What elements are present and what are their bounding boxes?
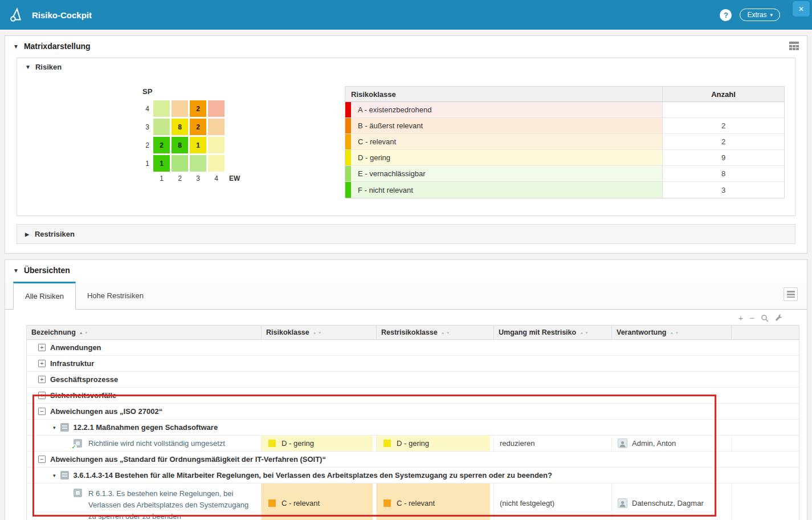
- search-icon[interactable]: [761, 314, 769, 322]
- matrix-row-label: 4: [145, 105, 152, 113]
- risk-label: R 6.1.3. Es bestehen keine Regelungen, b…: [88, 488, 255, 520]
- document-icon: [60, 423, 69, 432]
- risiken-title: Risiken: [35, 63, 62, 71]
- column-header-bezeichnung[interactable]: Bezeichnung ▲▼: [27, 326, 262, 339]
- risk-class-color-square: [268, 440, 276, 447]
- risk-class-color-square: [383, 440, 391, 447]
- column-header-restrisikoklasse[interactable]: Restrisikoklasse ▲▼: [377, 326, 494, 339]
- matrix-cell[interactable]: [153, 119, 170, 135]
- matrix-cell[interactable]: 1: [190, 137, 206, 153]
- table-row-item[interactable]: ▾ 12.2.1 Maßnahmen gegen Schadsoftware: [27, 420, 799, 436]
- matrix-cell[interactable]: [153, 100, 170, 117]
- table-row-group[interactable]: + Infrastruktur: [27, 356, 799, 372]
- restrisiken-title: Restrisiken: [35, 230, 75, 238]
- table-row-group[interactable]: + Geschäftsprozesse: [27, 372, 799, 388]
- risk-class-label: C - relevant: [351, 134, 662, 149]
- risk-icon: ✓: [74, 439, 83, 448]
- expand-icon[interactable]: +: [38, 360, 46, 367]
- matrix-cell[interactable]: 8: [172, 137, 188, 153]
- risk-class-row: E - vernachlässigbar 8: [345, 166, 784, 182]
- risk-class-color-bar: [345, 134, 351, 149]
- close-button[interactable]: ✕: [793, 1, 810, 17]
- overview-table-header: Bezeichnung ▲▼ Risikoklasse ▲▼ Restrisik…: [27, 326, 799, 340]
- restrisiken-header[interactable]: ▶ Restrisiken: [17, 224, 795, 244]
- item-label: 3.6.1.4.3-14 Bestehen für alle Mitarbeit…: [74, 471, 552, 480]
- matrix-cell[interactable]: [208, 119, 225, 135]
- extras-button[interactable]: Extras ▾: [740, 9, 780, 21]
- column-header-filler: [732, 326, 799, 339]
- risk-class-count: 2: [662, 134, 784, 149]
- matrix-cell[interactable]: 1: [153, 155, 170, 172]
- matrix-cell[interactable]: [172, 100, 188, 117]
- collapse-icon[interactable]: −: [38, 456, 46, 463]
- sort-icons: ▲▼: [580, 331, 589, 335]
- collapse-icon[interactable]: ▾: [53, 473, 56, 478]
- risk-class-row: D - gering 9: [345, 150, 784, 166]
- overview-tabbar: Alle Risiken Hohe Restrisiken: [5, 282, 807, 310]
- column-header-risikoklasse[interactable]: Risikoklasse ▲▼: [262, 326, 377, 339]
- risk-class-label: A - existenzbedrohend: [351, 102, 662, 117]
- overview-section-header[interactable]: ▼ Übersichten: [5, 260, 807, 281]
- expand-icon[interactable]: +: [38, 344, 46, 351]
- check-icon: ✓: [71, 444, 77, 450]
- residual-risk-class-value: D - gering: [397, 439, 429, 448]
- risk-class-count: 9: [662, 150, 784, 165]
- table-row-risk[interactable]: R 6.1.3. Es bestehen keine Regelungen, b…: [27, 484, 799, 520]
- caret-down-icon: ▾: [770, 12, 773, 18]
- matrix-cell[interactable]: 8: [172, 119, 188, 135]
- risiken-content: SP 4 2 3 8 2 2 2 8 1 1: [17, 76, 795, 216]
- tab-alle-risiken[interactable]: Alle Risiken: [13, 282, 76, 310]
- risk-class-color-square: [268, 499, 276, 507]
- remove-icon[interactable]: −: [749, 314, 754, 322]
- risk-class-table-header: Risikoklasse Anzahl: [345, 87, 784, 102]
- matrix-cell[interactable]: [172, 155, 188, 172]
- add-icon[interactable]: +: [738, 314, 743, 322]
- column-label: Umgang mit Restrisiko: [499, 328, 576, 336]
- list-view-icon[interactable]: [784, 287, 798, 301]
- sort-icons: ▲▼: [670, 331, 679, 335]
- matrix-cell[interactable]: [190, 155, 206, 172]
- table-row-risk[interactable]: ✓ Richtlinie wird nicht vollständig umge…: [27, 436, 799, 452]
- risk-class-count: 8: [662, 166, 784, 181]
- risk-class-count: 2: [662, 118, 784, 133]
- matrix-cell[interactable]: 2: [153, 137, 170, 153]
- responsible-person: Datenschutz, Dagmar: [632, 499, 704, 507]
- expand-icon[interactable]: +: [38, 392, 46, 399]
- column-header-umgang[interactable]: Umgang mit Restrisiko ▲▼: [494, 326, 612, 339]
- matrix-cell[interactable]: [208, 100, 225, 117]
- table-row-group[interactable]: + Sicherheitsvorfälle: [27, 388, 799, 404]
- table-row-group[interactable]: − Abweichungen aus „ISO 27002“: [27, 404, 799, 420]
- wrench-icon[interactable]: [775, 314, 783, 322]
- table-row-group[interactable]: + Anwendungen: [27, 340, 799, 356]
- risiken-panel: ▼ Risiken SP 4 2 3 8 2 2: [17, 58, 795, 216]
- extras-label: Extras: [747, 11, 766, 19]
- collapse-icon[interactable]: −: [38, 408, 46, 415]
- help-button[interactable]: ?: [720, 9, 732, 21]
- matrix-section-title: Matrixdarstellung: [24, 42, 91, 51]
- collapse-icon: ▼: [13, 267, 19, 274]
- expand-icon[interactable]: +: [38, 376, 46, 383]
- residual-risk-class-value: C - relevant: [397, 499, 435, 507]
- matrix-section-header[interactable]: ▼ Matrixdarstellung: [5, 36, 807, 56]
- overview-section-title: Übersichten: [24, 266, 70, 275]
- table-row-group[interactable]: − Abweichungen aus „Standard für Ordnung…: [27, 452, 799, 468]
- matrix-cell[interactable]: 2: [190, 100, 206, 117]
- column-header-verantwortung[interactable]: Verantwortung ▲▼: [612, 326, 732, 339]
- matrix-cell[interactable]: 2: [190, 119, 206, 135]
- page-title: Risiko-Cockpit: [32, 10, 92, 20]
- app-header: Risiko-Cockpit ? Extras ▾: [0, 0, 812, 30]
- risk-class-chip: D - gering: [262, 436, 373, 451]
- risiken-panel-header[interactable]: ▼ Risiken: [17, 58, 795, 76]
- matrix-cell[interactable]: [208, 137, 225, 153]
- tab-hohe-restrisiken[interactable]: Hohe Restrisiken: [76, 282, 155, 309]
- umgang-value: (nicht festgelegt): [500, 499, 554, 507]
- group-label: Abweichungen aus „Standard für Ordnungsm…: [50, 455, 326, 464]
- matrix-cell[interactable]: [208, 155, 225, 172]
- residual-risk-class-chip: C - relevant: [377, 484, 490, 520]
- collapse-icon[interactable]: ▾: [53, 425, 56, 430]
- table-row-item[interactable]: ▾ 3.6.1.4.3-14 Bestehen für alle Mitarbe…: [27, 468, 799, 484]
- sort-icons: ▲▼: [441, 331, 450, 335]
- header-actions: ? Extras ▾: [720, 9, 780, 21]
- matrix-view-icon[interactable]: [788, 40, 800, 53]
- overview-section: ▼ Übersichten Alle Risiken Hohe Restrisi…: [5, 259, 807, 520]
